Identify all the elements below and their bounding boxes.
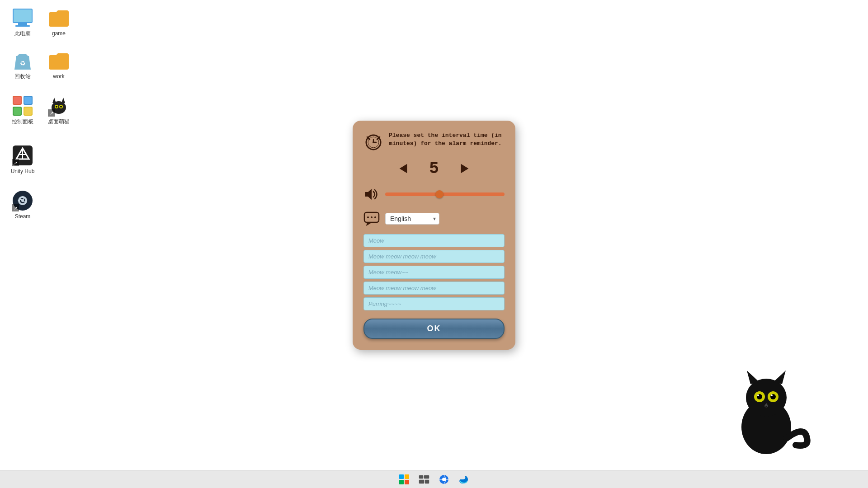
volume-slider[interactable]	[385, 192, 505, 197]
right-arrow-icon	[458, 162, 471, 175]
svg-point-42	[374, 216, 376, 218]
text-field-4[interactable]	[363, 282, 505, 295]
language-row: English Chinese Japanese	[363, 211, 505, 227]
volume-row	[363, 186, 505, 202]
edge-button[interactable]	[456, 471, 472, 488]
volume-thumb[interactable]	[435, 190, 443, 198]
text-field-1[interactable]	[363, 234, 505, 247]
chat-icon	[363, 211, 380, 227]
svg-marker-45	[747, 371, 760, 384]
svg-marker-38	[365, 189, 372, 200]
svg-point-52	[771, 394, 773, 396]
ok-button[interactable]: OK	[363, 319, 505, 339]
svg-point-40	[367, 216, 369, 218]
svg-marker-46	[773, 371, 786, 384]
svg-marker-36	[400, 164, 407, 174]
dialog-title-text: Please set the interval time (inminutes)…	[389, 131, 502, 148]
increment-button[interactable]	[457, 160, 473, 177]
text-fields-container	[363, 234, 505, 310]
svg-point-35	[373, 141, 374, 143]
svg-rect-58	[419, 475, 423, 479]
volume-icon	[363, 186, 380, 202]
svg-marker-37	[461, 164, 469, 174]
text-field-3[interactable]	[363, 266, 505, 279]
cat-svg	[723, 357, 814, 456]
desktop: 此电脑 game ♻ 回收站 work	[0, 0, 868, 470]
svg-point-51	[757, 394, 759, 396]
svg-rect-57	[405, 480, 409, 484]
start-button[interactable]	[396, 471, 412, 488]
svg-rect-56	[399, 480, 404, 484]
svg-point-41	[371, 216, 373, 218]
alarm-clock-icon	[363, 131, 383, 151]
task-view-icon	[419, 474, 429, 485]
svg-rect-54	[399, 474, 404, 479]
decrement-button[interactable]	[395, 160, 411, 177]
svg-rect-55	[405, 474, 409, 479]
interval-value: 5	[425, 160, 443, 178]
cat-illustration	[723, 357, 814, 447]
language-select[interactable]: English Chinese Japanese	[385, 213, 439, 225]
left-arrow-icon	[397, 162, 410, 175]
svg-rect-61	[425, 480, 429, 483]
volume-track	[385, 192, 505, 196]
svg-point-44	[746, 379, 787, 417]
browser1-icon	[439, 474, 449, 485]
dialog-header: Please set the interval time (inminutes)…	[363, 131, 505, 151]
number-selector: 5	[363, 160, 505, 178]
text-field-5[interactable]	[363, 297, 505, 310]
edge-icon	[458, 474, 469, 485]
browser1-button[interactable]	[436, 471, 452, 488]
alarm-dialog: Please set the interval time (inminutes)…	[353, 121, 515, 350]
task-view-button[interactable]	[416, 471, 432, 488]
text-field-2[interactable]	[363, 250, 505, 263]
windows-logo-icon	[399, 474, 410, 485]
taskbar	[0, 470, 868, 488]
language-select-wrapper[interactable]: English Chinese Japanese	[385, 213, 439, 225]
svg-rect-59	[424, 475, 429, 479]
svg-rect-60	[419, 480, 424, 483]
